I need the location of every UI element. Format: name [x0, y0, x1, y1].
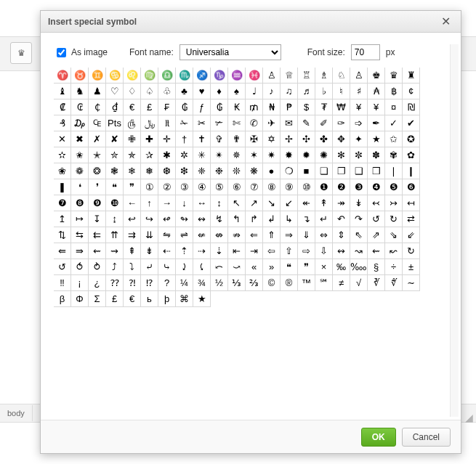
symbol-cell[interactable]: ↻ — [384, 211, 403, 227]
symbol-cell[interactable]: ⤹ — [193, 259, 211, 275]
symbol-cell[interactable]: ₪ — [402, 99, 420, 115]
symbol-cell[interactable]: ‼ — [54, 274, 71, 291]
symbol-cell[interactable]: ❋ — [245, 163, 263, 179]
symbol-cell[interactable]: ♐ — [193, 68, 211, 84]
symbol-cell[interactable]: ь — [140, 290, 158, 307]
symbol-cell[interactable]: ❻ — [402, 179, 420, 195]
symbol-cell[interactable]: ⇖ — [350, 227, 368, 243]
symbol-cell[interactable]: ↥ — [54, 211, 71, 227]
symbol-cell[interactable]: ₲ — [175, 99, 193, 115]
symbol-cell[interactable]: ↜ — [384, 243, 403, 259]
symbol-cell[interactable]: ⅓ — [227, 274, 246, 291]
symbol-cell[interactable]: ❘ — [384, 163, 403, 179]
close-icon[interactable]: ✕ — [438, 15, 453, 28]
symbol-cell[interactable]: ① — [140, 179, 158, 195]
scrollbar[interactable] — [450, 44, 459, 417]
symbol-cell[interactable]: ₢ — [70, 99, 89, 115]
symbol-cell[interactable]: ⥁ — [88, 259, 106, 275]
symbol-cell[interactable]: ⇘ — [384, 227, 403, 243]
symbol-cell[interactable]: ⇧ — [280, 243, 298, 259]
symbol-cell[interactable]: ¾ — [193, 274, 211, 291]
symbol-cell[interactable]: ✽ — [367, 147, 385, 163]
symbol-cell[interactable]: ♥ — [193, 83, 211, 99]
symbol-cell[interactable]: ⇅ — [54, 227, 71, 243]
symbol-cell[interactable]: ↕ — [210, 195, 228, 211]
symbol-cell[interactable]: € — [123, 290, 141, 307]
symbol-cell[interactable]: β — [54, 290, 71, 307]
symbol-cell[interactable]: ✟ — [227, 131, 246, 147]
symbol-cell[interactable]: ⇡ — [175, 243, 193, 259]
symbol-cell[interactable]: ⇝ — [105, 243, 124, 259]
symbol-cell[interactable]: ⇌ — [175, 227, 193, 243]
symbol-cell[interactable]: ₥ — [245, 99, 263, 115]
symbol-cell[interactable]: © — [262, 274, 281, 291]
symbol-cell[interactable]: » — [262, 259, 281, 275]
symbol-cell[interactable]: ∛ — [367, 274, 385, 291]
symbol-cell[interactable]: → — [158, 195, 176, 211]
symbol-cell[interactable]: ⇚ — [54, 243, 71, 259]
symbol-cell[interactable]: ✁ — [175, 115, 193, 131]
symbol-cell[interactable]: ❛ — [70, 179, 89, 195]
symbol-cell[interactable]: ₫ — [105, 99, 124, 115]
symbol-cell[interactable]: ✲ — [175, 147, 193, 163]
symbol-cell[interactable]: ♈ — [54, 68, 71, 84]
symbol-cell[interactable]: ✃ — [210, 115, 228, 131]
symbol-cell[interactable]: ⇤ — [227, 243, 246, 259]
symbol-cell[interactable]: ✭ — [88, 147, 106, 163]
symbol-cell[interactable]: ♑ — [210, 68, 228, 84]
symbol-cell[interactable]: ❒ — [367, 163, 385, 179]
symbol-cell[interactable]: ♮ — [332, 83, 350, 99]
symbol-cell[interactable]: ⇢ — [193, 243, 211, 259]
as-image-checkbox-label[interactable]: As image — [54, 46, 108, 60]
symbol-cell[interactable]: ⇉ — [123, 227, 141, 243]
symbol-cell[interactable]: ✿ — [402, 147, 420, 163]
symbol-cell[interactable]: ✚ — [140, 131, 158, 147]
symbol-cell[interactable]: ½ — [210, 274, 228, 291]
symbol-cell[interactable]: ❅ — [140, 163, 158, 179]
symbol-cell[interactable]: ♦ — [210, 83, 228, 99]
symbol-cell[interactable]: ฿ — [384, 83, 403, 99]
symbol-cell[interactable]: « — [245, 259, 263, 275]
symbol-cell[interactable]: ♙ — [350, 68, 368, 84]
symbol-cell[interactable]: ₩ — [332, 99, 350, 115]
symbol-cell[interactable]: ↪ — [140, 211, 158, 227]
symbol-cell[interactable]: ⥀ — [70, 259, 89, 275]
symbol-cell[interactable]: ✾ — [384, 147, 403, 163]
symbol-cell[interactable]: ♯ — [350, 83, 368, 99]
symbol-cell[interactable]: ✬ — [70, 147, 89, 163]
symbol-cell[interactable]: ⇨ — [297, 243, 315, 259]
symbol-cell[interactable]: ✖ — [70, 131, 89, 147]
symbol-cell[interactable]: ⇈ — [105, 227, 124, 243]
symbol-cell[interactable]: ⇑ — [262, 227, 281, 243]
symbol-cell[interactable]: ✞ — [210, 131, 228, 147]
symbol-cell[interactable]: ❞ — [123, 179, 141, 195]
symbol-cell[interactable]: × — [315, 259, 333, 275]
symbol-cell[interactable]: ✵ — [227, 147, 246, 163]
symbol-cell[interactable]: ↞ — [297, 195, 315, 211]
symbol-cell[interactable]: ♪ — [262, 83, 281, 99]
symbol-cell[interactable]: ₵ — [88, 99, 106, 115]
symbol-cell[interactable]: ↵ — [315, 211, 333, 227]
symbol-cell[interactable]: ↡ — [350, 195, 368, 211]
symbol-cell[interactable]: ? — [158, 274, 176, 291]
symbol-cell[interactable]: ♧ — [158, 83, 176, 99]
symbol-cell[interactable]: ₦ — [262, 99, 281, 115]
symbol-cell[interactable]: ❷ — [332, 179, 350, 195]
symbol-cell[interactable]: ↲ — [262, 211, 281, 227]
symbol-cell[interactable]: ® — [280, 274, 298, 291]
symbol-cell[interactable]: ⅔ — [245, 274, 263, 291]
symbol-cell[interactable]: ❈ — [193, 163, 211, 179]
symbol-cell[interactable]: ₳ — [367, 83, 385, 99]
symbol-cell[interactable]: ★ — [367, 131, 385, 147]
symbol-cell[interactable]: ✗ — [88, 131, 106, 147]
symbol-cell[interactable]: ⤷ — [158, 259, 176, 275]
symbol-cell[interactable]: ✂ — [193, 115, 211, 131]
ok-button[interactable]: OK — [361, 428, 396, 447]
symbol-cell[interactable]: ⇠ — [158, 243, 176, 259]
symbol-cell[interactable]: þ — [158, 290, 176, 307]
symbol-cell[interactable]: ♭ — [315, 83, 333, 99]
symbol-cell[interactable]: ± — [402, 259, 420, 275]
symbol-cell[interactable]: ⇜ — [88, 243, 106, 259]
symbol-cell[interactable]: ✒ — [367, 115, 385, 131]
symbol-cell[interactable]: ❃ — [105, 163, 124, 179]
